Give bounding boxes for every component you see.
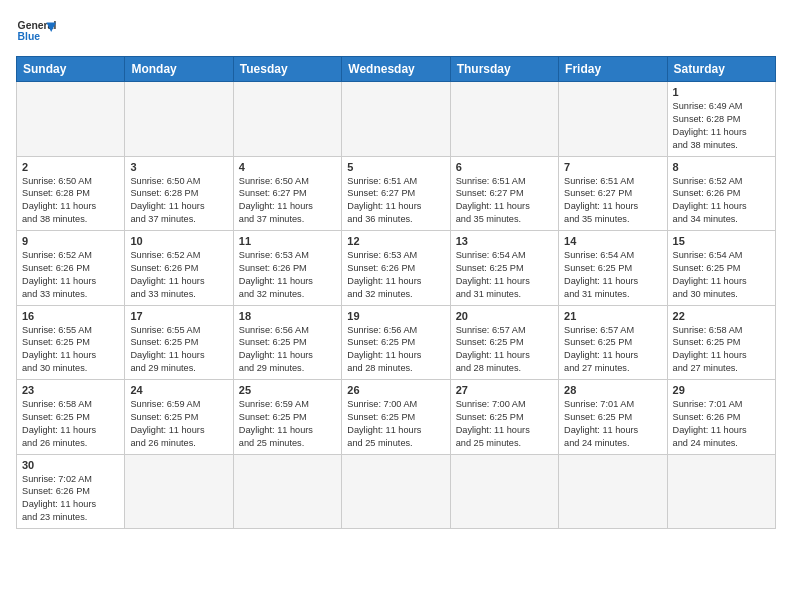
day-number: 20 — [456, 310, 553, 322]
weekday-header-tuesday: Tuesday — [233, 57, 341, 82]
day-number: 5 — [347, 161, 444, 173]
calendar-cell: 19Sunrise: 6:56 AMSunset: 6:25 PMDayligh… — [342, 305, 450, 380]
svg-text:Blue: Blue — [18, 31, 41, 42]
calendar-cell: 2Sunrise: 6:50 AMSunset: 6:28 PMDaylight… — [17, 156, 125, 231]
day-number: 18 — [239, 310, 336, 322]
day-info: Sunrise: 6:56 AMSunset: 6:25 PMDaylight:… — [239, 324, 336, 376]
calendar-cell: 29Sunrise: 7:01 AMSunset: 6:26 PMDayligh… — [667, 380, 775, 455]
calendar-cell: 16Sunrise: 6:55 AMSunset: 6:25 PMDayligh… — [17, 305, 125, 380]
calendar-cell: 13Sunrise: 6:54 AMSunset: 6:25 PMDayligh… — [450, 231, 558, 306]
calendar-cell — [125, 454, 233, 529]
day-info: Sunrise: 6:51 AMSunset: 6:27 PMDaylight:… — [456, 175, 553, 227]
day-info: Sunrise: 6:52 AMSunset: 6:26 PMDaylight:… — [22, 249, 119, 301]
day-number: 19 — [347, 310, 444, 322]
day-number: 13 — [456, 235, 553, 247]
day-number: 9 — [22, 235, 119, 247]
calendar-cell — [450, 82, 558, 157]
day-number: 7 — [564, 161, 661, 173]
calendar-cell: 15Sunrise: 6:54 AMSunset: 6:25 PMDayligh… — [667, 231, 775, 306]
calendar-cell: 21Sunrise: 6:57 AMSunset: 6:25 PMDayligh… — [559, 305, 667, 380]
calendar-cell: 8Sunrise: 6:52 AMSunset: 6:26 PMDaylight… — [667, 156, 775, 231]
day-info: Sunrise: 6:54 AMSunset: 6:25 PMDaylight:… — [673, 249, 770, 301]
day-info: Sunrise: 7:02 AMSunset: 6:26 PMDaylight:… — [22, 473, 119, 525]
calendar-cell: 6Sunrise: 6:51 AMSunset: 6:27 PMDaylight… — [450, 156, 558, 231]
day-number: 30 — [22, 459, 119, 471]
day-number: 25 — [239, 384, 336, 396]
day-number: 26 — [347, 384, 444, 396]
day-number: 29 — [673, 384, 770, 396]
day-number: 22 — [673, 310, 770, 322]
calendar-cell — [559, 454, 667, 529]
day-number: 12 — [347, 235, 444, 247]
day-number: 10 — [130, 235, 227, 247]
calendar-cell: 11Sunrise: 6:53 AMSunset: 6:26 PMDayligh… — [233, 231, 341, 306]
day-number: 27 — [456, 384, 553, 396]
calendar-cell: 30Sunrise: 7:02 AMSunset: 6:26 PMDayligh… — [17, 454, 125, 529]
day-number: 15 — [673, 235, 770, 247]
calendar-cell: 24Sunrise: 6:59 AMSunset: 6:25 PMDayligh… — [125, 380, 233, 455]
calendar-cell: 28Sunrise: 7:01 AMSunset: 6:25 PMDayligh… — [559, 380, 667, 455]
day-number: 8 — [673, 161, 770, 173]
day-number: 1 — [673, 86, 770, 98]
calendar-cell: 23Sunrise: 6:58 AMSunset: 6:25 PMDayligh… — [17, 380, 125, 455]
weekday-header-wednesday: Wednesday — [342, 57, 450, 82]
calendar-cell — [342, 454, 450, 529]
day-number: 24 — [130, 384, 227, 396]
page-header: General Blue — [16, 16, 776, 48]
calendar-cell: 3Sunrise: 6:50 AMSunset: 6:28 PMDaylight… — [125, 156, 233, 231]
calendar-cell: 26Sunrise: 7:00 AMSunset: 6:25 PMDayligh… — [342, 380, 450, 455]
weekday-header-thursday: Thursday — [450, 57, 558, 82]
day-info: Sunrise: 6:58 AMSunset: 6:25 PMDaylight:… — [673, 324, 770, 376]
day-info: Sunrise: 6:57 AMSunset: 6:25 PMDaylight:… — [564, 324, 661, 376]
day-info: Sunrise: 6:56 AMSunset: 6:25 PMDaylight:… — [347, 324, 444, 376]
day-info: Sunrise: 6:58 AMSunset: 6:25 PMDaylight:… — [22, 398, 119, 450]
day-info: Sunrise: 6:53 AMSunset: 6:26 PMDaylight:… — [347, 249, 444, 301]
weekday-header-sunday: Sunday — [17, 57, 125, 82]
day-number: 3 — [130, 161, 227, 173]
day-number: 16 — [22, 310, 119, 322]
day-info: Sunrise: 6:59 AMSunset: 6:25 PMDaylight:… — [130, 398, 227, 450]
calendar-cell — [125, 82, 233, 157]
calendar-cell: 14Sunrise: 6:54 AMSunset: 6:25 PMDayligh… — [559, 231, 667, 306]
calendar-cell: 25Sunrise: 6:59 AMSunset: 6:25 PMDayligh… — [233, 380, 341, 455]
day-number: 28 — [564, 384, 661, 396]
calendar-cell: 1Sunrise: 6:49 AMSunset: 6:28 PMDaylight… — [667, 82, 775, 157]
calendar-table: SundayMondayTuesdayWednesdayThursdayFrid… — [16, 56, 776, 529]
day-info: Sunrise: 7:01 AMSunset: 6:26 PMDaylight:… — [673, 398, 770, 450]
calendar-cell: 12Sunrise: 6:53 AMSunset: 6:26 PMDayligh… — [342, 231, 450, 306]
weekday-header-saturday: Saturday — [667, 57, 775, 82]
calendar-cell: 22Sunrise: 6:58 AMSunset: 6:25 PMDayligh… — [667, 305, 775, 380]
day-info: Sunrise: 6:50 AMSunset: 6:28 PMDaylight:… — [130, 175, 227, 227]
day-info: Sunrise: 6:50 AMSunset: 6:27 PMDaylight:… — [239, 175, 336, 227]
day-info: Sunrise: 6:50 AMSunset: 6:28 PMDaylight:… — [22, 175, 119, 227]
calendar-cell — [667, 454, 775, 529]
day-info: Sunrise: 6:54 AMSunset: 6:25 PMDaylight:… — [456, 249, 553, 301]
day-info: Sunrise: 7:00 AMSunset: 6:25 PMDaylight:… — [456, 398, 553, 450]
calendar-cell — [450, 454, 558, 529]
calendar-cell: 9Sunrise: 6:52 AMSunset: 6:26 PMDaylight… — [17, 231, 125, 306]
calendar-cell: 18Sunrise: 6:56 AMSunset: 6:25 PMDayligh… — [233, 305, 341, 380]
calendar-cell: 7Sunrise: 6:51 AMSunset: 6:27 PMDaylight… — [559, 156, 667, 231]
calendar-cell: 4Sunrise: 6:50 AMSunset: 6:27 PMDaylight… — [233, 156, 341, 231]
day-info: Sunrise: 6:53 AMSunset: 6:26 PMDaylight:… — [239, 249, 336, 301]
weekday-header-friday: Friday — [559, 57, 667, 82]
calendar-cell: 5Sunrise: 6:51 AMSunset: 6:27 PMDaylight… — [342, 156, 450, 231]
day-number: 4 — [239, 161, 336, 173]
logo: General Blue — [16, 16, 56, 48]
calendar-cell: 17Sunrise: 6:55 AMSunset: 6:25 PMDayligh… — [125, 305, 233, 380]
day-info: Sunrise: 6:57 AMSunset: 6:25 PMDaylight:… — [456, 324, 553, 376]
day-info: Sunrise: 6:55 AMSunset: 6:25 PMDaylight:… — [130, 324, 227, 376]
logo-icon: General Blue — [16, 16, 56, 48]
calendar-cell: 10Sunrise: 6:52 AMSunset: 6:26 PMDayligh… — [125, 231, 233, 306]
day-number: 6 — [456, 161, 553, 173]
day-info: Sunrise: 6:51 AMSunset: 6:27 PMDaylight:… — [347, 175, 444, 227]
day-number: 2 — [22, 161, 119, 173]
calendar-cell — [233, 82, 341, 157]
day-number: 11 — [239, 235, 336, 247]
day-info: Sunrise: 6:59 AMSunset: 6:25 PMDaylight:… — [239, 398, 336, 450]
day-info: Sunrise: 6:52 AMSunset: 6:26 PMDaylight:… — [673, 175, 770, 227]
day-info: Sunrise: 6:54 AMSunset: 6:25 PMDaylight:… — [564, 249, 661, 301]
weekday-header-monday: Monday — [125, 57, 233, 82]
day-number: 14 — [564, 235, 661, 247]
calendar-cell — [559, 82, 667, 157]
